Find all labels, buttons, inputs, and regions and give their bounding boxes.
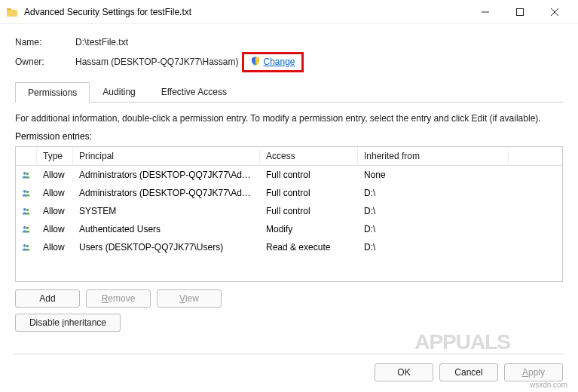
- cell-type: Allow: [37, 222, 73, 236]
- table-header: Type Principal Access Inherited from: [16, 147, 562, 166]
- disable-inheritance-button[interactable]: Disable inheritance: [15, 314, 121, 332]
- name-row: Name: D:\testFile.txt: [15, 33, 563, 51]
- view-button[interactable]: View: [157, 289, 222, 308]
- svg-point-7: [26, 191, 29, 193]
- cell-inherited: D:\: [358, 186, 509, 200]
- cell-access: Read & execute: [260, 240, 358, 254]
- window-title: Advanced Security Settings for testFile.…: [24, 7, 468, 17]
- cell-inherited: D:\: [358, 204, 509, 218]
- permissions-table: Type Principal Access Inherited from All…: [15, 146, 563, 282]
- users-icon: [16, 240, 37, 255]
- table-body: AllowAdministrators (DESKTOP-QQ7JK77\Adm…: [16, 166, 562, 256]
- entry-buttons: Add Remove View: [15, 289, 563, 308]
- users-icon: [16, 222, 37, 237]
- cell-type: Allow: [37, 240, 73, 254]
- cancel-button[interactable]: Cancel: [439, 363, 498, 381]
- cell-access: Full control: [260, 168, 358, 182]
- remove-button[interactable]: Remove: [86, 289, 151, 308]
- svg-point-5: [26, 173, 29, 175]
- cell-principal: Authenticated Users: [73, 222, 260, 236]
- cell-access: Full control: [260, 204, 358, 218]
- entries-label: Permission entries:: [15, 131, 563, 142]
- name-label: Name:: [15, 37, 75, 47]
- cell-type: Allow: [37, 186, 73, 200]
- svg-point-8: [23, 208, 26, 211]
- svg-point-11: [26, 227, 29, 229]
- titlebar: Advanced Security Settings for testFile.…: [0, 0, 578, 24]
- svg-point-13: [26, 245, 29, 247]
- cell-inherited: D:\: [358, 240, 509, 254]
- cell-principal: Administrators (DESKTOP-QQ7JK77\Admini..…: [73, 168, 260, 182]
- add-button[interactable]: Add: [15, 289, 80, 308]
- tabs: Permissions Auditing Effective Access: [15, 81, 563, 103]
- tab-effective-access[interactable]: Effective Access: [148, 81, 240, 102]
- tab-permissions[interactable]: Permissions: [15, 82, 90, 103]
- cell-access: Full control: [260, 186, 358, 200]
- name-value: D:\testFile.txt: [75, 37, 128, 47]
- cell-principal: Administrators (DESKTOP-QQ7JK77\Admini..…: [73, 186, 260, 200]
- svg-rect-1: [517, 8, 524, 15]
- col-type[interactable]: Type: [37, 147, 73, 165]
- cell-type: Allow: [37, 168, 73, 182]
- col-access[interactable]: Access: [260, 147, 358, 165]
- watermark-brand: APPUALS: [414, 330, 510, 354]
- cell-principal: Users (DESKTOP-QQ7JK77\Users): [73, 240, 260, 254]
- col-principal[interactable]: Principal: [73, 147, 260, 165]
- col-icon[interactable]: [16, 147, 37, 165]
- owner-row: Owner: Hassam (DESKTOP-QQ7JK77\Hassam) C…: [15, 53, 563, 71]
- watermark-text: wsxdn.com: [530, 381, 567, 389]
- table-row[interactable]: AllowAdministrators (DESKTOP-QQ7JK77\Adm…: [16, 166, 562, 184]
- svg-point-6: [23, 190, 26, 193]
- close-button[interactable]: [537, 0, 572, 24]
- change-owner-link[interactable]: Change: [264, 57, 295, 67]
- cell-type: Allow: [37, 204, 73, 218]
- col-inherited[interactable]: Inherited from: [358, 147, 509, 165]
- inheritance-row: Disable inheritance: [15, 314, 563, 332]
- shield-icon: [250, 56, 261, 69]
- table-row[interactable]: AllowSYSTEMFull controlD:\: [16, 202, 562, 220]
- users-icon: [16, 204, 37, 219]
- ok-button[interactable]: OK: [375, 363, 433, 381]
- window-controls: [468, 0, 572, 24]
- content-area: Name: D:\testFile.txt Owner: Hassam (DES…: [0, 24, 578, 338]
- folder-icon: [6, 6, 18, 18]
- table-row[interactable]: AllowAuthenticated UsersModifyD:\: [16, 220, 562, 238]
- apply-button[interactable]: Apply: [504, 363, 563, 381]
- cell-principal: SYSTEM: [73, 204, 260, 218]
- owner-label: Owner:: [15, 57, 75, 67]
- table-row[interactable]: AllowAdministrators (DESKTOP-QQ7JK77\Adm…: [16, 184, 562, 202]
- cell-inherited: D:\: [358, 222, 509, 236]
- users-icon: [16, 185, 37, 201]
- cell-inherited: None: [358, 168, 509, 182]
- tab-auditing[interactable]: Auditing: [90, 81, 148, 102]
- minimize-button[interactable]: [468, 0, 503, 24]
- change-highlight: Change: [242, 52, 304, 72]
- svg-point-4: [23, 172, 26, 175]
- svg-point-12: [23, 244, 26, 247]
- svg-point-10: [23, 226, 26, 229]
- cell-access: Modify: [260, 222, 358, 236]
- svg-point-9: [26, 209, 29, 211]
- description-text: For additional information, double-click…: [15, 113, 563, 124]
- table-row[interactable]: AllowUsers (DESKTOP-QQ7JK77\Users)Read &…: [16, 238, 562, 256]
- users-icon: [16, 167, 37, 182]
- dialog-buttons: OK Cancel Apply: [375, 363, 563, 381]
- owner-value: Hassam (DESKTOP-QQ7JK77\Hassam): [75, 57, 239, 67]
- maximize-button[interactable]: [503, 0, 537, 24]
